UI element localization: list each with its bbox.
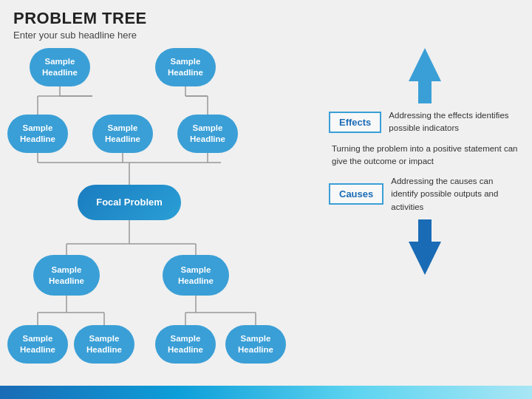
causes-label: Causes [339,188,373,200]
causes-description: Addressing the causes can identify possi… [391,175,521,214]
page-title: PROBLEM TREE [13,9,147,28]
node-focal-problem: Focal Problem [78,185,181,220]
node-top-2: Sample Headline [155,48,216,86]
effects-label-box: Effects [329,112,381,133]
causes-label-box: Causes [329,183,383,205]
node-mid-2: Sample Headline [92,115,153,153]
node-cause-2a: Sample Headline [7,325,68,364]
arrow-up-group [329,48,521,103]
causes-row: Causes Addressing the causes can identif… [329,175,521,214]
main-container: PROBLEM TREE Enter your sub headline her… [0,0,532,399]
node-cause-2c: Sample Headline [155,325,216,364]
node-mid-3: Sample Headline [177,115,238,153]
page-subtitle: Enter your sub headline here [13,30,147,41]
arrow-down-group [329,219,521,275]
node-cause-1: Sample Headline [33,255,100,296]
effects-label: Effects [339,117,371,128]
effects-row: Effects Addressing the effects identifie… [329,109,521,135]
node-mid-1: Sample Headline [7,115,68,153]
arrow-up-icon [409,48,441,81]
node-cause-2: Sample Headline [163,255,229,296]
node-cause-2b: Sample Headline [74,325,134,364]
arrow-down-icon [409,242,441,275]
tree-area: Sample Headline Sample Headline Sample H… [7,48,310,388]
effects-description: Addressing the effects identifies possib… [389,109,521,135]
arrow-up-shaft [418,81,432,103]
arrow-down-shaft [418,219,432,242]
bottom-bar [0,386,532,399]
middle-description: Turning the problem into a positive stat… [329,143,521,168]
right-panel: Effects Addressing the effects identifie… [329,48,521,275]
node-top-1: Sample Headline [30,48,90,86]
title-area: PROBLEM TREE Enter your sub headline her… [13,9,147,41]
node-cause-2d: Sample Headline [225,325,286,364]
